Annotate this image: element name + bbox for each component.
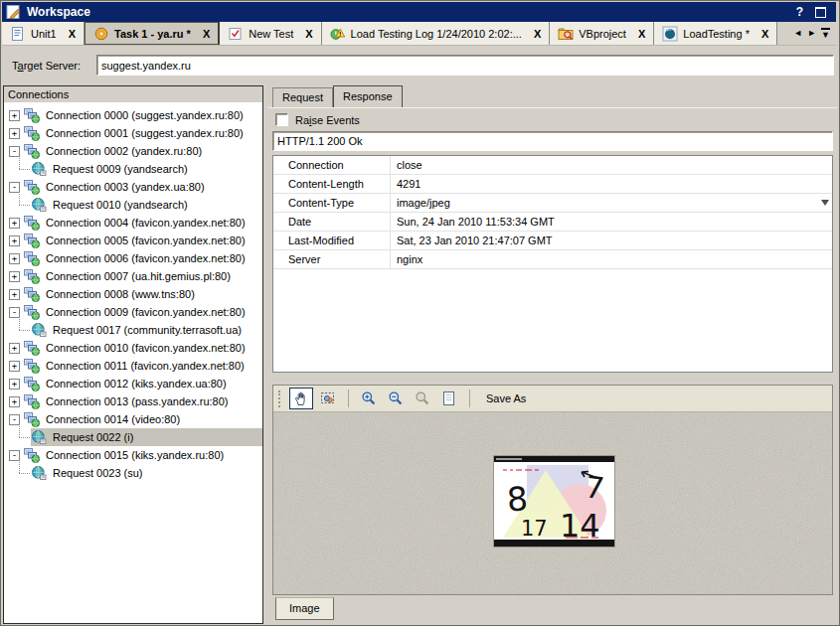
tree-item-connection[interactable]: +Connection 0005 (favicon.yandex.net:80) bbox=[4, 232, 262, 249]
tab-request[interactable]: Request bbox=[272, 87, 333, 107]
header-row[interactable]: Content-Typeimage/jpeg bbox=[273, 194, 832, 213]
header-row[interactable]: Connectionclose bbox=[273, 156, 832, 175]
tree-item-connection[interactable]: +Connection 0000 (suggest.yandex.ru:80) bbox=[4, 106, 262, 124]
captcha-number-17: 17 bbox=[521, 517, 548, 541]
tree-item-request[interactable]: Request 0009 (yandsearch) bbox=[4, 160, 262, 178]
next-tab-icon[interactable]: ► bbox=[807, 29, 816, 38]
target-server-input[interactable] bbox=[96, 55, 834, 76]
header-row[interactable]: Servernginx bbox=[273, 250, 832, 269]
status-line-input[interactable] bbox=[272, 131, 833, 151]
close-tab-icon[interactable]: X bbox=[305, 28, 312, 40]
maximize-button[interactable] bbox=[815, 7, 826, 18]
editor-tab[interactable]: Task 1 - ya.ru *X bbox=[84, 22, 220, 45]
workspace-window: Workspace ? Unit1XTask 1 - ya.ru *XNew T… bbox=[0, 0, 840, 626]
task-icon bbox=[93, 26, 109, 42]
tree-item-connection[interactable]: -Connection 0014 (video:80) bbox=[4, 410, 262, 428]
editor-tab[interactable]: New TestX bbox=[220, 22, 321, 45]
tab-image[interactable]: Image bbox=[275, 597, 334, 620]
network-connection-icon bbox=[24, 286, 40, 302]
editor-tab[interactable]: VBprojectX bbox=[550, 22, 654, 45]
tree-item-connection[interactable]: +Connection 0007 (ua.hit.gemius.pl:80) bbox=[4, 267, 262, 285]
tab-bar: Unit1XTask 1 - ya.ru *XNew TestXLoad Tes… bbox=[2, 22, 836, 46]
tree-row-body: Request 0010 (yandsearch) bbox=[31, 196, 262, 214]
marquee-select-button[interactable] bbox=[316, 388, 340, 409]
tree-row-body: Connection 0013 (pass.yandex.ru:80) bbox=[24, 392, 262, 410]
close-tab-icon[interactable]: X bbox=[638, 28, 645, 40]
tree-item-connection[interactable]: +Connection 0008 (www.tns:80) bbox=[4, 285, 262, 303]
close-tab-icon[interactable]: X bbox=[69, 28, 76, 40]
tree-item-request[interactable]: Request 0022 (i) bbox=[4, 428, 262, 446]
header-name: Content-Type bbox=[273, 194, 391, 212]
expand-toggle-icon[interactable]: + bbox=[9, 343, 20, 354]
expand-toggle-icon[interactable]: - bbox=[9, 414, 20, 425]
prev-tab-icon[interactable]: ◄ bbox=[793, 29, 802, 38]
close-tab-icon[interactable]: X bbox=[203, 28, 210, 40]
dropdown-arrow-icon[interactable] bbox=[821, 200, 829, 210]
header-row[interactable]: Last-ModifiedSat, 23 Jan 2010 21:47:07 G… bbox=[273, 232, 832, 250]
expand-toggle-icon[interactable]: + bbox=[9, 253, 20, 264]
tab-list-icon[interactable]: ▼ bbox=[821, 28, 830, 40]
editor-tab[interactable]: LoadTesting *X bbox=[654, 22, 777, 45]
zoom-out-button[interactable] bbox=[384, 388, 408, 409]
header-name: Last-Modified bbox=[273, 232, 391, 249]
tree-item-connection[interactable]: +Connection 0006 (favicon.yandex.net:80) bbox=[4, 249, 262, 267]
tree-row-body: Request 0017 (community.terrasoft.ua) bbox=[31, 321, 262, 339]
close-tab-icon[interactable]: X bbox=[534, 28, 541, 40]
network-connection-icon bbox=[24, 340, 40, 356]
expand-toggle-icon[interactable]: + bbox=[9, 289, 20, 300]
header-row[interactable]: Content-Length4291 bbox=[273, 175, 832, 194]
tree-item-connection[interactable]: +Connection 0004 (favicon.yandex.net:80) bbox=[4, 214, 262, 232]
expand-toggle-icon[interactable]: + bbox=[9, 379, 20, 390]
tree-item-connection[interactable]: -Connection 0015 (kiks.yandex.ru:80) bbox=[4, 446, 262, 464]
zoom-in-button[interactable] bbox=[357, 388, 381, 409]
captcha-number-8: 8 bbox=[506, 479, 530, 519]
header-value: image/jpeg bbox=[391, 194, 832, 212]
help-button[interactable]: ? bbox=[796, 5, 803, 19]
header-value: nginx bbox=[391, 250, 832, 268]
tree-item-request[interactable]: Request 0017 (community.terrasoft.ua) bbox=[4, 321, 262, 339]
header-row[interactable]: DateSun, 24 Jan 2010 11:53:34 GMT bbox=[273, 213, 832, 232]
tree-item-connection[interactable]: +Connection 0011 (favicon.yandex.net:80) bbox=[4, 357, 262, 375]
tree-item-connection[interactable]: +Connection 0012 (kiks.yandex.ua:80) bbox=[4, 375, 262, 392]
tree-item-request[interactable]: Request 0010 (yandsearch) bbox=[4, 196, 262, 214]
save-as-button[interactable]: Save As bbox=[478, 392, 534, 404]
hand-button[interactable] bbox=[289, 388, 313, 409]
expand-toggle-icon[interactable]: - bbox=[9, 182, 20, 193]
tree-item-connection[interactable]: +Connection 0010 (favicon.yandex.net:80) bbox=[4, 339, 262, 357]
close-tab-icon[interactable]: X bbox=[761, 28, 768, 40]
toolbar-grip[interactable] bbox=[278, 391, 282, 407]
expand-toggle-icon[interactable]: + bbox=[9, 218, 20, 229]
expand-toggle-icon[interactable]: + bbox=[9, 110, 20, 121]
expand-toggle-icon[interactable]: + bbox=[9, 235, 20, 246]
fit-page-button[interactable] bbox=[437, 388, 461, 409]
tree-item-connection[interactable]: -Connection 0002 (yandex.ru:80) bbox=[4, 142, 262, 160]
raise-events-checkbox[interactable] bbox=[275, 113, 288, 126]
expand-toggle-icon[interactable]: + bbox=[9, 128, 20, 139]
expand-toggle-icon[interactable]: - bbox=[9, 307, 20, 318]
expand-toggle-icon[interactable]: - bbox=[9, 450, 20, 461]
zoom-button[interactable] bbox=[411, 388, 434, 409]
tab-response[interactable]: Response bbox=[333, 85, 403, 107]
tree-item-connection[interactable]: +Connection 0001 (suggest.yandex.ru:80) bbox=[4, 124, 262, 142]
header-name: Server bbox=[273, 250, 391, 268]
expand-toggle-icon[interactable]: + bbox=[9, 396, 20, 407]
editor-tab[interactable]: Unit1X bbox=[2, 22, 84, 45]
header-name: Connection bbox=[273, 156, 391, 174]
header-value: 4291 bbox=[391, 175, 832, 193]
tab-label: LoadTesting * bbox=[683, 28, 750, 40]
tree-item-connection[interactable]: +Connection 0013 (pass.yandex.ru:80) bbox=[4, 392, 262, 410]
expand-toggle-icon[interactable]: - bbox=[9, 146, 20, 157]
tree-item-connection[interactable]: -Connection 0003 (yandex.ua:80) bbox=[4, 178, 262, 196]
request-globe-icon bbox=[31, 322, 47, 338]
response-headers-table: ConnectioncloseContent-Length4291Content… bbox=[272, 155, 833, 373]
header-name: Content-Length bbox=[273, 175, 391, 193]
network-connection-icon bbox=[24, 233, 40, 248]
network-connection-icon bbox=[24, 215, 40, 231]
network-connection-icon bbox=[24, 143, 40, 159]
expand-toggle-icon[interactable]: + bbox=[9, 271, 20, 282]
tree-item-connection[interactable]: -Connection 0009 (favicon.yandex.net:80) bbox=[4, 303, 262, 321]
editor-tab[interactable]: Load Testing Log 1/24/2010 2:02:...X bbox=[322, 22, 551, 45]
tree-item-request[interactable]: Request 0023 (su) bbox=[4, 464, 262, 482]
expand-toggle-icon[interactable]: + bbox=[9, 361, 20, 372]
header-value: Sun, 24 Jan 2010 11:53:34 GMT bbox=[391, 213, 832, 231]
